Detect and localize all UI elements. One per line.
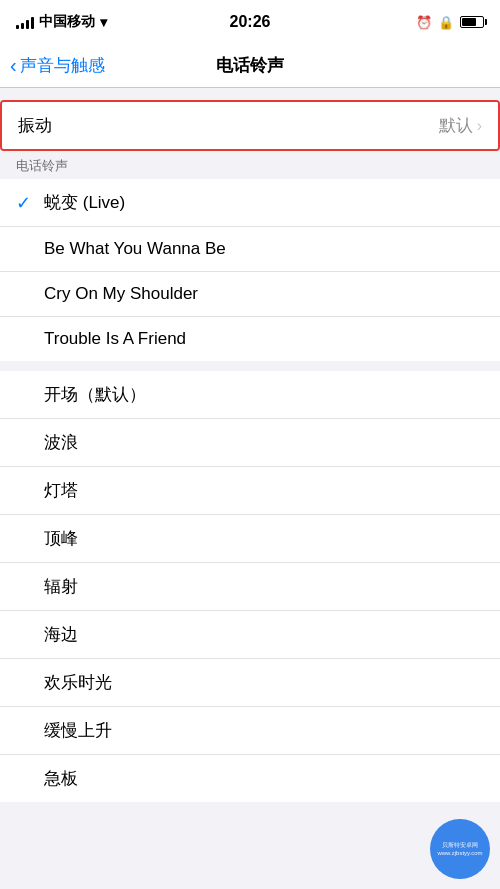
ringtones-list: ✓ 蜕变 (Live) Be What You Wanna Be Cry On …	[0, 179, 500, 361]
status-right: ⏰ 🔒	[364, 15, 484, 30]
tone-item-fushe[interactable]: 辐射	[0, 563, 500, 611]
back-button[interactable]: ‹ 声音与触感	[10, 54, 105, 77]
check-icon: ✓	[16, 192, 44, 214]
back-label: 声音与触感	[20, 54, 105, 77]
tone-item-jiban[interactable]: 急板	[0, 755, 500, 802]
vibration-right: 默认 ›	[439, 114, 482, 137]
tone-item-dingfeng[interactable]: 顶峰	[0, 515, 500, 563]
tone-name: 波浪	[44, 431, 484, 454]
tone-name: 海边	[44, 623, 484, 646]
page-title: 电话铃声	[216, 54, 284, 77]
tone-name: 开场（默认）	[44, 383, 484, 406]
ringtone-name: 蜕变 (Live)	[44, 191, 484, 214]
vibration-chevron-icon: ›	[477, 117, 482, 135]
tone-name: 顶峰	[44, 527, 484, 550]
vibration-label: 振动	[18, 114, 52, 137]
tone-name: 灯塔	[44, 479, 484, 502]
tone-item-manshang[interactable]: 缓慢上升	[0, 707, 500, 755]
status-time: 20:26	[230, 13, 271, 31]
tone-name: 欢乐时光	[44, 671, 484, 694]
tone-item-haibian[interactable]: 海边	[0, 611, 500, 659]
wifi-icon: ▾	[100, 14, 107, 30]
tone-item-kaichang[interactable]: 开场（默认）	[0, 371, 500, 419]
ringtone-item-bewhatyou[interactable]: Be What You Wanna Be	[0, 227, 500, 272]
ringtone-item-bianlive[interactable]: ✓ 蜕变 (Live)	[0, 179, 500, 227]
tone-item-dengta[interactable]: 灯塔	[0, 467, 500, 515]
watermark: 贝斯特安卓网www.zjbstyy.com	[430, 819, 490, 879]
ringtone-item-cryonmy[interactable]: Cry On My Shoulder	[0, 272, 500, 317]
tone-item-bolang[interactable]: 波浪	[0, 419, 500, 467]
vibration-section: 振动 默认 ›	[0, 100, 500, 151]
tone-item-huanle[interactable]: 欢乐时光	[0, 659, 500, 707]
tone-name: 急板	[44, 767, 484, 790]
watermark-text: 贝斯特安卓网www.zjbstyy.com	[435, 839, 484, 860]
ringtone-name: Cry On My Shoulder	[44, 284, 484, 304]
lock-icon: 🔒	[438, 15, 454, 30]
alarm-icon: ⏰	[416, 15, 432, 30]
vibration-row[interactable]: 振动 默认 ›	[2, 102, 498, 149]
group-separator	[0, 361, 500, 371]
battery-icon	[460, 16, 484, 28]
ringtones-section-label: 电话铃声	[0, 151, 500, 179]
signal-icon	[16, 15, 34, 29]
tone-name: 缓慢上升	[44, 719, 484, 742]
status-left: 中国移动 ▾	[16, 13, 136, 31]
carrier-label: 中国移动	[39, 13, 95, 31]
ringtone-name: Trouble Is A Friend	[44, 329, 484, 349]
ringtone-item-trouble[interactable]: Trouble Is A Friend	[0, 317, 500, 361]
back-chevron-icon: ‹	[10, 55, 17, 75]
ringtone-name: Be What You Wanna Be	[44, 239, 484, 259]
system-tones-list: 开场（默认） 波浪 灯塔 顶峰 辐射 海边 欢乐时光 缓慢上升 急板	[0, 371, 500, 802]
vibration-value: 默认	[439, 114, 473, 137]
status-bar: 中国移动 ▾ 20:26 ⏰ 🔒	[0, 0, 500, 44]
tone-name: 辐射	[44, 575, 484, 598]
nav-bar: ‹ 声音与触感 电话铃声	[0, 44, 500, 88]
